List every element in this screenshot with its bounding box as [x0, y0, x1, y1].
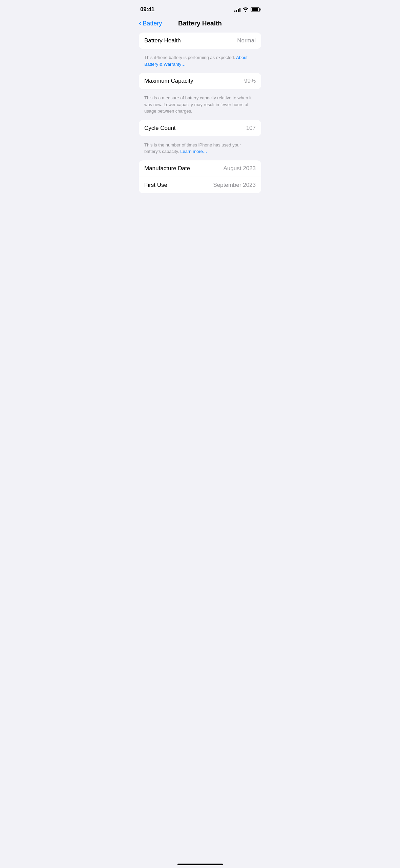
battery-health-value: Normal [237, 37, 256, 44]
cycle-count-label: Cycle Count [144, 125, 176, 132]
manufacture-date-value: August 2023 [224, 165, 256, 172]
battery-health-description-text: This iPhone battery is performing as exp… [144, 55, 235, 60]
battery-health-label: Battery Health [144, 37, 181, 44]
status-time: 09:41 [140, 6, 154, 13]
manufacture-date-row: Manufacture Date August 2023 [139, 160, 261, 177]
signal-bar-2 [236, 10, 237, 12]
first-use-label: First Use [144, 182, 167, 189]
page-title: Battery Health [178, 20, 222, 27]
maximum-capacity-label: Maximum Capacity [144, 78, 193, 84]
maximum-capacity-description-text: This is a measure of battery capacity re… [144, 95, 251, 114]
battery-health-description: This iPhone battery is performing as exp… [139, 52, 261, 73]
signal-bars-icon [234, 7, 240, 12]
signal-bar-3 [238, 9, 239, 12]
signal-bar-4 [239, 8, 240, 12]
manufacture-date-label: Manufacture Date [144, 165, 190, 172]
back-label: Battery [143, 20, 162, 27]
first-use-row: First Use September 2023 [139, 177, 261, 193]
battery-health-row: Battery Health Normal [139, 33, 261, 49]
back-chevron-icon: ‹ [139, 20, 141, 27]
learn-more-link[interactable]: Learn more… [180, 149, 207, 154]
dates-card: Manufacture Date August 2023 First Use S… [139, 160, 261, 193]
battery-status-icon [251, 7, 260, 12]
maximum-capacity-row: Maximum Capacity 99% [139, 73, 261, 89]
back-button[interactable]: ‹ Battery [139, 20, 162, 27]
content: Battery Health Normal This iPhone batter… [133, 33, 267, 193]
status-icons [234, 7, 260, 12]
cycle-count-card: Cycle Count 107 [139, 120, 261, 136]
cycle-count-row: Cycle Count 107 [139, 120, 261, 136]
maximum-capacity-card: Maximum Capacity 99% [139, 73, 261, 89]
signal-bar-1 [234, 11, 235, 12]
status-bar: 09:41 [133, 0, 267, 17]
maximum-capacity-description: This is a measure of battery capacity re… [139, 92, 261, 120]
cycle-count-value: 107 [246, 125, 256, 132]
nav-header: ‹ Battery Battery Health [133, 17, 267, 33]
battery-fill [252, 8, 258, 11]
first-use-value: September 2023 [213, 182, 256, 189]
battery-health-card: Battery Health Normal [139, 33, 261, 49]
maximum-capacity-value: 99% [244, 78, 256, 84]
wifi-icon [243, 7, 249, 12]
cycle-count-description: This is the number of times iPhone has u… [139, 139, 261, 160]
